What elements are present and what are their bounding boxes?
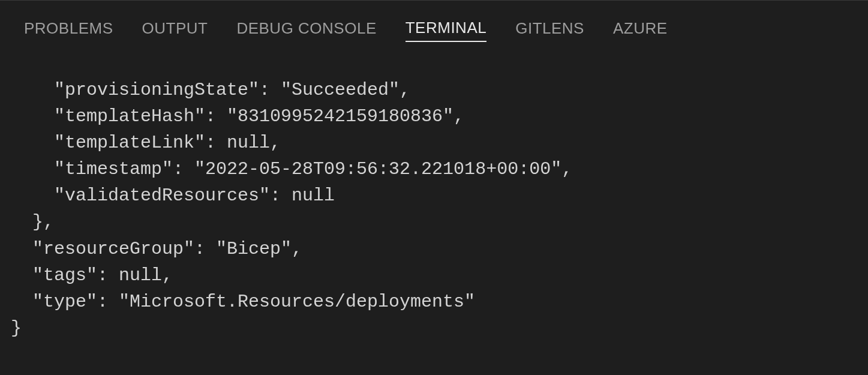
terminal-line: "type": "Microsoft.Resources/deployments… <box>11 292 475 312</box>
tab-azure[interactable]: AZURE <box>613 19 668 41</box>
terminal-line: "tags": null, <box>11 265 173 286</box>
tab-terminal[interactable]: TERMINAL <box>406 19 486 42</box>
panel-tabs: PROBLEMS OUTPUT DEBUG CONSOLE TERMINAL G… <box>0 1 868 53</box>
terminal-line: } <box>11 318 22 338</box>
terminal-output[interactable]: "provisioningState": "Succeeded", "templ… <box>0 53 868 341</box>
terminal-line: "provisioningState": "Succeeded", <box>11 80 410 100</box>
terminal-line: "templateHash": "8310995242159180836", <box>11 106 464 127</box>
terminal-line: "resourceGroup": "Bicep", <box>11 239 302 259</box>
tab-gitlens[interactable]: GITLENS <box>515 19 584 41</box>
terminal-line: "timestamp": "2022-05-28T09:56:32.221018… <box>11 159 572 179</box>
terminal-line: "templateLink": null, <box>11 133 281 153</box>
tab-debug-console[interactable]: DEBUG CONSOLE <box>236 19 376 41</box>
terminal-line: "validatedResources": null <box>11 185 335 206</box>
tab-output[interactable]: OUTPUT <box>142 19 208 41</box>
terminal-line: }, <box>11 212 54 232</box>
tab-problems[interactable]: PROBLEMS <box>24 19 113 41</box>
